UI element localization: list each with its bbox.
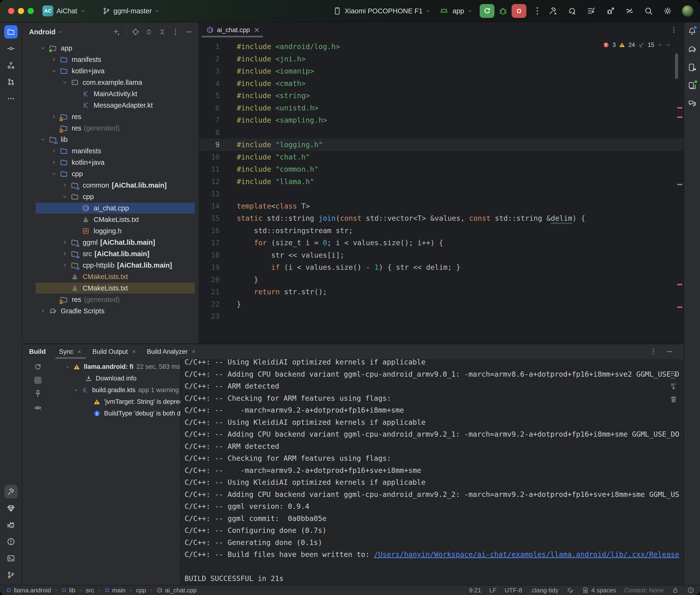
file-encoding[interactable]: UTF-8: [505, 587, 522, 594]
tree-chevron-icon[interactable]: [60, 77, 70, 88]
code-line-15[interactable]: 15static std::string join(const std::vec…: [199, 212, 684, 225]
breadcrumb-ai-chat-cpp[interactable]: Cai_chat.cpp: [157, 587, 197, 594]
error-stripe-mark[interactable]: [677, 107, 682, 109]
code-line-11[interactable]: 11#include "common.h": [199, 163, 684, 175]
code-line-4[interactable]: 4#include <cmath>: [199, 77, 684, 90]
previous-problem-icon[interactable]: [657, 42, 663, 48]
rerun-app-button[interactable]: [480, 4, 495, 18]
build-tree-download-info[interactable]: Download info: [53, 373, 180, 384]
build-tree-root[interactable]: llama.android: fi 22 sec, 583 ms: [53, 361, 180, 373]
device-manager-button[interactable]: [686, 61, 698, 73]
error-stripe-mark[interactable]: [677, 284, 682, 285]
tree-item-common[interactable]: common[AiChat.lib.main]: [22, 179, 199, 191]
editor-options-icon[interactable]: [670, 26, 678, 34]
code-line-10[interactable]: 10#include "chat.h": [199, 151, 684, 163]
code-line-21[interactable]: 21 return str.str();: [199, 286, 684, 298]
code-line-17[interactable]: 17 for (size_t i = 0; i < values.size();…: [199, 237, 684, 249]
problems-tool-button[interactable]: [4, 535, 18, 548]
tree-item-cmakelists-txt[interactable]: CMakeLists.txt: [22, 271, 199, 282]
tree-chevron-icon[interactable]: [49, 66, 59, 76]
stop-app-button[interactable]: [512, 4, 526, 18]
zoom-window-button[interactable]: [28, 8, 34, 14]
device-selector[interactable]: Xiaomi POCOPHONE F1: [333, 0, 431, 22]
vcs-branch-widget[interactable]: ggml-master: [103, 0, 160, 22]
tree-chevron-icon[interactable]: [38, 43, 48, 53]
version-control-tool-button[interactable]: [4, 568, 18, 582]
tree-item-kotlin-java[interactable]: kotlin+java: [22, 65, 199, 77]
minimize-window-button[interactable]: [18, 8, 24, 14]
project-tool-button[interactable]: [4, 25, 18, 38]
tree-chevron-icon[interactable]: [49, 146, 59, 156]
code-line-14[interactable]: 14template<class T>: [199, 200, 684, 213]
event-log-icon[interactable]: [687, 587, 694, 594]
running-devices-button[interactable]: [686, 80, 698, 91]
tab-build-analyzer[interactable]: Build Analyzer: [142, 344, 201, 359]
stop-sync-icon[interactable]: [34, 377, 41, 384]
build-tool-button[interactable]: [4, 485, 18, 498]
build-tree-info[interactable]: BuildType 'debug' is both de: [53, 407, 180, 419]
code-line-20[interactable]: 20 }: [199, 274, 684, 286]
select-opened-file-icon[interactable]: [132, 28, 140, 36]
tree-item-lib[interactable]: lib: [22, 134, 199, 145]
structure-tool-button[interactable]: [4, 59, 18, 72]
code-line-9[interactable]: 9#include "logging.h": [199, 139, 684, 151]
tree-chevron-icon[interactable]: [60, 180, 70, 191]
build-panel-title[interactable]: Build: [29, 348, 46, 356]
build-options-icon[interactable]: [649, 348, 657, 356]
tree-item-manifests[interactable]: manifests: [22, 54, 199, 65]
search-everywhere-icon[interactable]: [644, 6, 653, 16]
re-sync-icon[interactable]: [33, 362, 43, 371]
pull-requests-tool-button[interactable]: [4, 75, 18, 89]
indent-widget[interactable]: 4 spaces: [582, 587, 616, 594]
close-tab-icon[interactable]: [253, 26, 260, 34]
settings-gear-icon[interactable]: [663, 6, 672, 16]
tree-item-com-example-llama[interactable]: com.example.llama: [22, 77, 199, 88]
hide-panel-icon[interactable]: [185, 28, 193, 36]
code-line-22[interactable]: 22}: [199, 298, 684, 310]
code-line-16[interactable]: 16 std::ostringstream str;: [199, 225, 684, 237]
line-separator[interactable]: LF: [489, 587, 496, 594]
notifications-button[interactable]: [686, 25, 698, 37]
commit-tool-button[interactable]: [4, 42, 18, 55]
tree-chevron-icon[interactable]: [60, 192, 70, 202]
tree-item-cpp[interactable]: cpp: [22, 191, 199, 202]
add-new-icon[interactable]: [112, 28, 120, 36]
terminal-tool-button[interactable]: [4, 552, 18, 565]
next-problem-icon[interactable]: [666, 42, 671, 48]
tab-sync[interactable]: Sync: [54, 344, 87, 359]
breadcrumb-llama-android[interactable]: llama.android: [6, 587, 51, 594]
logcat-tool-button[interactable]: [4, 518, 18, 532]
sync-project-icon[interactable]: [625, 6, 634, 16]
tree-item-res[interactable]: res: [22, 111, 199, 122]
error-stripe-mark[interactable]: [677, 306, 682, 308]
code-line-7[interactable]: 7#include <sampling.h>: [199, 114, 684, 126]
hide-build-panel-icon[interactable]: [666, 348, 673, 356]
tree-chevron-icon[interactable]: [38, 134, 48, 145]
tree-item-cpp[interactable]: cpp: [22, 168, 199, 179]
close-tab-icon[interactable]: [191, 349, 196, 354]
code-line-23[interactable]: 23: [199, 310, 684, 322]
editor-scrollbar-thumb[interactable]: [675, 53, 678, 79]
context-widget[interactable]: Context: None: [624, 587, 664, 594]
tree-item-mainactivity-kt[interactable]: MainActivity.kt: [22, 88, 199, 100]
tree-item-app[interactable]: app: [22, 42, 199, 54]
breadcrumb-lib[interactable]: lib: [61, 587, 75, 594]
tree-item-cpp-httplib[interactable]: cpp-httplib[AiChat.lib.main]: [22, 259, 199, 271]
build-tree-warning[interactable]: 'jvmTarget: String' is deprec: [53, 396, 180, 407]
tree-item-ggml[interactable]: ggml[AiChat.lib.main]: [22, 237, 199, 248]
attach-debugger-icon[interactable]: [606, 6, 615, 16]
code-line-3[interactable]: 3#include <iomanip>: [199, 65, 684, 77]
scroll-to-end-icon[interactable]: [670, 382, 678, 391]
inspection-profile[interactable]: .clang-tidy: [530, 587, 559, 594]
inspections-widget[interactable]: 3 24 15: [603, 41, 671, 48]
tab-ai-chat-cpp[interactable]: C ai_chat.cpp: [201, 22, 266, 38]
tree-chevron-icon[interactable]: [60, 260, 70, 271]
clear-all-icon[interactable]: [670, 395, 678, 403]
tree-item-manifests[interactable]: manifests: [22, 145, 199, 157]
code-line-5[interactable]: 5#include <string>: [199, 89, 684, 102]
tree-chevron-icon[interactable]: [49, 157, 59, 168]
tree-item-cmakelists-txt[interactable]: CMakeLists.txt: [22, 214, 199, 225]
app-quality-insights-button[interactable]: [4, 502, 18, 515]
breadcrumb-cpp[interactable]: cpp: [136, 587, 146, 594]
code-line-13[interactable]: 13: [199, 188, 684, 200]
